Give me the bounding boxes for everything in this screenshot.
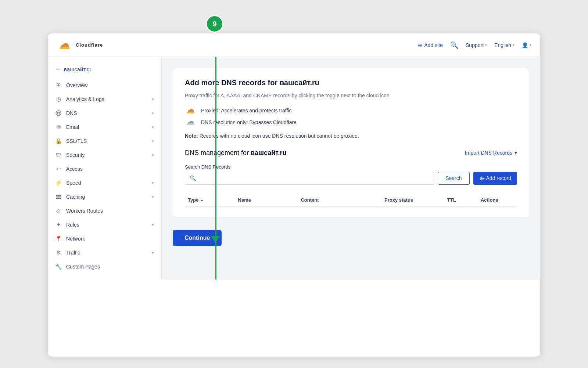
sidebar-item-rules[interactable]: ✦ Rules ▾: [48, 218, 161, 232]
sidebar-item-workers[interactable]: ◇ Workers Routes: [48, 204, 161, 218]
type-sort-icon: ▲: [200, 198, 204, 202]
step-badge: 9: [206, 15, 223, 33]
sidebar-item-label: Traffic: [66, 250, 80, 256]
email-chevron-icon: ▾: [152, 125, 154, 130]
sidebar-item-label: SSL/TLS: [66, 138, 87, 144]
sidebar-item-dns[interactable]: DNS ▾: [48, 106, 161, 120]
network-icon: 📍: [55, 235, 62, 242]
svg-rect-2: [56, 196, 61, 198]
speed-icon: ⚡: [55, 180, 62, 186]
sidebar-item-label: Workers Routes: [66, 208, 103, 214]
caching-icon: [55, 194, 62, 200]
support-dropdown[interactable]: Support ▾: [466, 42, 487, 48]
add-record-plus-icon: ⊕: [479, 175, 484, 182]
sidebar-item-label: Security: [66, 152, 85, 158]
ssl-chevron-icon: ▾: [152, 139, 154, 144]
ttl-column-header[interactable]: TTL: [447, 197, 481, 203]
import-dns-button[interactable]: Import DNS Records ▾: [465, 150, 517, 156]
search-row: 🔍 Search ⊕ Add record: [185, 172, 517, 185]
add-site-button[interactable]: ⊕ Add site: [418, 42, 443, 48]
search-dns-label: Search DNS Records: [185, 164, 517, 170]
email-icon: ✉: [55, 124, 62, 130]
top-nav-actions: ⊕ Add site 🔍 Support ▾ English ▾ 👤 ▾: [418, 41, 531, 49]
security-icon: 🛡: [55, 152, 62, 158]
actions-column-header[interactable]: Actions: [481, 197, 514, 203]
traffic-chevron-icon: ▾: [152, 250, 154, 255]
sidebar-item-ssl[interactable]: 🔒 SSL/TLS ▾: [48, 134, 161, 148]
overview-icon: ⊞: [55, 82, 62, 89]
sidebar-item-label: DNS: [66, 110, 77, 116]
search-dns-button[interactable]: Search: [438, 172, 469, 185]
sidebar-item-email[interactable]: ✉ Email ▾: [48, 120, 161, 134]
workers-icon: ◇: [55, 208, 62, 214]
dns-only-item: DNS resolution only: Bypasses Cloudflare: [185, 119, 517, 126]
note-text: Note: Records with no cloud icon use DNS…: [185, 132, 517, 140]
main-content: Add more DNS records for вашсайт.ru Prox…: [162, 57, 540, 279]
sidebar-item-security[interactable]: 🛡 Security ▾: [48, 148, 161, 162]
traffic-icon: ⚙: [55, 249, 62, 256]
sidebar-item-label: Rules: [66, 222, 79, 228]
type-column-header[interactable]: Type ▲: [188, 197, 238, 203]
sidebar-item-network[interactable]: 📍 Network: [48, 232, 161, 246]
proxied-label: Proxied: Accelerates and protects traffi…: [201, 108, 291, 113]
svg-rect-1: [56, 195, 61, 196]
svg-point-0: [56, 111, 61, 116]
sidebar-item-label: Analytics & Logs: [66, 96, 104, 102]
rules-icon: ✦: [55, 221, 62, 228]
sidebar-item-label: Caching: [66, 194, 85, 200]
dns-icon: [55, 110, 62, 116]
speed-chevron-icon: ▾: [152, 181, 154, 185]
caching-chevron-icon: ▾: [152, 195, 154, 199]
sidebar-item-access[interactable]: ↩ Access: [48, 162, 161, 176]
sidebar-item-label: Overview: [66, 82, 87, 88]
sidebar-item-overview[interactable]: ⊞ Overview: [48, 78, 161, 92]
search-input-icon: 🔍: [190, 175, 196, 181]
plus-icon: ⊕: [418, 42, 422, 48]
cloudflare-logo-icon: [57, 40, 73, 50]
logo-text: Cloudflare: [76, 42, 103, 48]
sidebar-item-label: Custom Pages: [66, 264, 100, 270]
support-chevron-icon: ▾: [485, 43, 487, 47]
dns-info-card: Add more DNS records for вашсайт.ru Prox…: [173, 68, 529, 217]
ssl-icon: 🔒: [55, 138, 62, 144]
logo: Cloudflare: [57, 40, 103, 50]
sidebar-item-analytics[interactable]: ◷ Analytics & Logs ▾: [48, 92, 161, 106]
proxied-item: Proxied: Accelerates and protects traffi…: [185, 107, 517, 114]
sidebar-item-label: Speed: [66, 180, 81, 186]
sidebar-item-label: Access: [66, 166, 83, 172]
svg-rect-3: [56, 198, 61, 199]
language-chevron-icon: ▾: [513, 43, 514, 47]
search-dns-input[interactable]: [199, 172, 429, 184]
dns-card-title: Add more DNS records for вашсайт.ru: [185, 79, 517, 87]
user-chevron-icon: ▾: [530, 43, 531, 47]
name-column-header[interactable]: Name: [238, 197, 301, 203]
analytics-chevron-icon: ▾: [152, 97, 154, 102]
content-column-header[interactable]: Content: [301, 197, 384, 203]
dns-management-header: DNS management for вашсайт.ru Import DNS…: [185, 149, 517, 157]
sidebar-item-label: Email: [66, 124, 79, 130]
sidebar-item-caching[interactable]: Caching ▾: [48, 190, 161, 204]
security-chevron-icon: ▾: [152, 153, 154, 158]
dns-chevron-icon: ▾: [152, 111, 154, 116]
rules-chevron-icon: ▾: [152, 223, 154, 227]
continue-button[interactable]: Continue: [173, 230, 222, 246]
sidebar-item-speed[interactable]: ⚡ Speed ▾: [48, 176, 161, 190]
back-button[interactable]: ← вашсайт.ru: [48, 63, 99, 78]
user-icon: 👤: [522, 42, 528, 48]
add-record-button[interactable]: ⊕ Add record: [473, 172, 517, 185]
access-icon: ↩: [55, 166, 62, 172]
gray-cloud-icon: [185, 118, 197, 126]
user-menu-dropdown[interactable]: 👤 ▾: [522, 42, 531, 48]
language-dropdown[interactable]: English ▾: [494, 42, 514, 48]
global-search-button[interactable]: 🔍: [450, 41, 458, 49]
sidebar-item-custom-pages[interactable]: 🔧 Custom Pages: [48, 260, 161, 274]
proxy-status-column-header[interactable]: Proxy status: [384, 197, 447, 203]
dns-mgmt-title: DNS management for вашсайт.ru: [185, 149, 286, 157]
dns-table-header: Type ▲ Name Content Proxy status TTL Act…: [185, 194, 517, 207]
back-arrow-icon: ←: [55, 66, 61, 72]
search-input-container: 🔍: [185, 172, 434, 185]
orange-cloud-icon: [185, 107, 197, 115]
import-chevron-icon: ▾: [514, 150, 517, 156]
sidebar-item-traffic[interactable]: ⚙ Traffic ▾: [48, 246, 161, 260]
custom-pages-icon: 🔧: [55, 263, 62, 270]
